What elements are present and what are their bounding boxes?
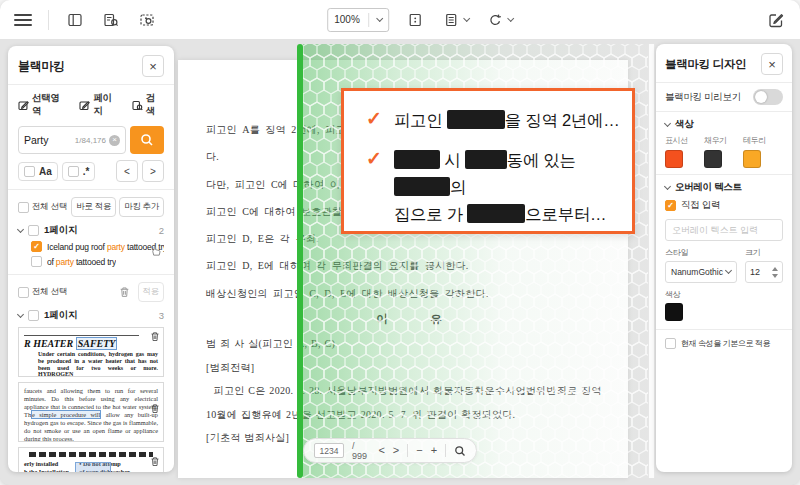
- divider: [8, 84, 174, 85]
- magnifier-icon[interactable]: [454, 445, 466, 457]
- text-color-swatch[interactable]: [665, 303, 683, 321]
- font-size-stepper[interactable]: 12: [745, 261, 783, 283]
- regex-label: .*: [83, 166, 90, 177]
- quick-apply-button[interactable]: 바로 적용: [71, 197, 116, 217]
- compose-edit-icon[interactable]: [766, 10, 786, 30]
- search-button[interactable]: [130, 126, 164, 154]
- result-text-match: party: [56, 257, 74, 267]
- default-apply-option[interactable]: 현재 속성을 기본으로 적용: [665, 338, 783, 349]
- result-checkbox-checked[interactable]: [31, 241, 42, 252]
- color-section-header[interactable]: 색상: [665, 118, 783, 131]
- next-page-button[interactable]: >: [393, 445, 399, 456]
- callout-text: 피고인: [394, 111, 447, 129]
- marking-mode-tabs: 선택영역 페이지 검색: [18, 92, 164, 118]
- rotate-control[interactable]: [485, 10, 513, 30]
- side-panel-icon[interactable]: [65, 10, 85, 30]
- text-color-label: 색상: [665, 289, 783, 300]
- select-all-checkbox[interactable]: [18, 202, 29, 213]
- thumbnail-rule: [24, 335, 139, 336]
- marked-text-highlight: e simple procedure will: [31, 410, 101, 419]
- trash-icon[interactable]: [119, 286, 130, 298]
- marking-thumbnail[interactable]: R HEATER SAFETY Under certain conditions…: [18, 327, 164, 377]
- vertical-scrollbar[interactable]: [648, 44, 655, 478]
- zoom-select-divider: [368, 13, 369, 27]
- regex-checkbox[interactable]: [68, 166, 79, 177]
- toolbar-center-group: 100%: [327, 8, 513, 32]
- markings-page-section[interactable]: 1페이지 3: [18, 309, 164, 322]
- trash-icon[interactable]: [150, 403, 160, 414]
- default-apply-label: 현재 속성을 기본으로 적용: [681, 338, 770, 349]
- thumbnail-title: R HEATER SAFETY: [24, 338, 158, 349]
- direct-input-option[interactable]: 직접 입력: [665, 199, 783, 212]
- app-window: 100%: [0, 0, 800, 485]
- page-number-input[interactable]: [314, 443, 344, 458]
- zoom-level-select[interactable]: 100%: [327, 8, 389, 32]
- prev-page-button[interactable]: <: [378, 445, 384, 456]
- area-marking-highlight: [75, 462, 111, 472]
- regex-option[interactable]: .*: [62, 162, 96, 181]
- doc-line: 피고인 C은 2020. 4. 28. 서울남부지방법원에서 화물자동차운수사업…: [206, 379, 614, 403]
- step-down-icon[interactable]: [772, 274, 778, 278]
- fill-color-swatch[interactable]: [704, 150, 722, 168]
- divider: [8, 274, 174, 275]
- toolbar-divider: [48, 10, 49, 30]
- doc-line: [범죄전력]: [206, 356, 614, 380]
- direct-input-checkbox[interactable]: [665, 200, 676, 211]
- doc-line: 배상신청인의 피고인 C, D, E에 대한 배상신청을 각하한다.: [206, 280, 614, 307]
- search-result-item[interactable]: of party tattooed try: [18, 256, 164, 267]
- tab-selection-area[interactable]: 선택영역: [18, 92, 68, 118]
- redaction-block: [465, 150, 507, 169]
- results-page-section[interactable]: 1페이지 2: [18, 224, 164, 237]
- page-section-label: 1페이지: [44, 224, 78, 237]
- result-checkbox[interactable]: [31, 256, 42, 267]
- zoom-out-button[interactable]: −: [416, 445, 422, 456]
- select-all-markings-checkbox[interactable]: [18, 287, 29, 298]
- redaction-block: [394, 177, 450, 196]
- callout-text: 동에 있는: [507, 151, 576, 169]
- match-case-option[interactable]: Aa: [18, 162, 58, 181]
- stepper-arrows[interactable]: [772, 267, 778, 278]
- tab-search[interactable]: 검색: [132, 92, 164, 118]
- result-text-pre: Iceland pug roof: [47, 242, 107, 252]
- step-up-icon[interactable]: [772, 267, 778, 271]
- tab-label: 검색: [146, 92, 164, 118]
- page-layout-control[interactable]: [441, 10, 469, 30]
- search-input[interactable]: [24, 134, 62, 146]
- trash-icon[interactable]: [150, 456, 160, 467]
- trash-icon[interactable]: [150, 331, 160, 342]
- line-color-swatch[interactable]: [665, 150, 683, 168]
- divider: [656, 174, 792, 175]
- page-checkbox[interactable]: [28, 310, 39, 321]
- tab-page[interactable]: 페이지: [79, 92, 120, 118]
- default-apply-checkbox[interactable]: [665, 338, 676, 349]
- preview-divider-handle[interactable]: [297, 44, 303, 478]
- marking-thumbnail[interactable]: faucets and allowing them to run for sev…: [18, 382, 164, 442]
- result-text: Iceland pug roof party tattooed try: [47, 242, 164, 252]
- overlay-text-section-header[interactable]: 오버레이 텍스트: [665, 181, 783, 194]
- page-checkbox[interactable]: [28, 225, 39, 236]
- document-search-icon[interactable]: [101, 10, 121, 30]
- close-icon[interactable]: ×: [142, 55, 164, 77]
- fill-color-group: 채우기: [704, 135, 734, 168]
- clear-search-icon[interactable]: ×: [109, 135, 120, 146]
- font-style-select[interactable]: NanumGothic: [665, 261, 737, 283]
- prev-result-button[interactable]: <: [116, 160, 138, 182]
- fit-page-icon[interactable]: [405, 10, 425, 30]
- match-case-checkbox[interactable]: [24, 166, 35, 177]
- snapshot-capture-icon[interactable]: [137, 10, 157, 30]
- overlay-text-input[interactable]: [665, 219, 783, 241]
- close-icon[interactable]: ×: [761, 53, 783, 75]
- match-case-label: Aa: [39, 166, 52, 177]
- apply-button[interactable]: 적용: [138, 282, 164, 302]
- redaction-block: [394, 150, 440, 169]
- border-color-swatch[interactable]: [743, 150, 761, 168]
- size-field: 크기 12: [745, 247, 783, 283]
- hamburger-menu-icon[interactable]: [14, 14, 32, 26]
- zoom-in-button[interactable]: +: [431, 445, 437, 456]
- search-result-item[interactable]: Iceland pug roof party tattooed try: [18, 241, 164, 252]
- next-result-button[interactable]: >: [142, 160, 164, 182]
- toolbar-left-group: [14, 10, 157, 30]
- marking-thumbnail[interactable]: erly installed h the Installation If you…: [18, 447, 164, 472]
- add-marking-button[interactable]: 마킹 추가: [119, 197, 164, 217]
- preview-toggle-switch[interactable]: [753, 89, 783, 105]
